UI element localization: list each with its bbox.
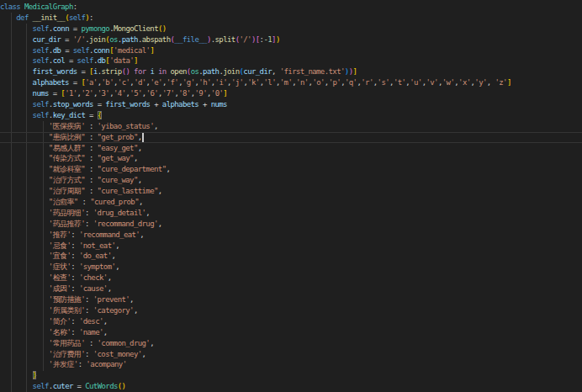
syntax-token: strip bbox=[102, 67, 122, 76]
syntax-token: 'o' bbox=[312, 78, 324, 87]
syntax-token bbox=[0, 78, 33, 87]
code-line[interactable]: "治疗方式" : "cure_way", bbox=[0, 175, 582, 186]
syntax-token bbox=[0, 67, 33, 76]
syntax-token bbox=[0, 317, 49, 326]
syntax-token: 'y' bbox=[474, 78, 486, 87]
syntax-token: : bbox=[85, 295, 93, 304]
syntax-token: } bbox=[33, 371, 37, 379]
syntax-token bbox=[0, 241, 49, 250]
code-line[interactable]: self.cuter = CutWords() bbox=[0, 381, 582, 392]
syntax-token bbox=[0, 133, 49, 141]
syntax-token: 'symptom' bbox=[79, 262, 115, 271]
syntax-token bbox=[0, 295, 49, 304]
code-editor[interactable]: class MedicalGraph: def __init__(self): … bbox=[0, 0, 582, 392]
code-area[interactable]: class MedicalGraph: def __init__(self): … bbox=[0, 2, 582, 392]
code-line[interactable]: alphabets = ['a','b','c','d','e','f','g'… bbox=[0, 77, 582, 88]
code-line[interactable]: self.db = self.conn['medical'] bbox=[0, 45, 582, 56]
syntax-token: 'c' bbox=[118, 78, 130, 87]
syntax-token: , bbox=[158, 187, 162, 195]
syntax-token: 'j' bbox=[231, 78, 243, 87]
syntax-token: () bbox=[158, 24, 167, 33]
syntax-token: '成因' bbox=[49, 284, 71, 293]
code-line[interactable]: '医保疾病' : 'yibao_status', bbox=[0, 121, 582, 132]
code-line[interactable]: "患病比例" : "get_prob", bbox=[0, 132, 582, 143]
code-line[interactable]: def __init__(self): bbox=[0, 13, 582, 24]
code-line[interactable]: '预防措施': 'prevent', bbox=[0, 294, 582, 305]
syntax-token: key_dict bbox=[53, 111, 86, 119]
syntax-token: conn bbox=[93, 46, 109, 55]
syntax-token: 'f' bbox=[167, 78, 178, 87]
syntax-token: os bbox=[191, 67, 199, 76]
code-line[interactable]: first_words = [i.strip() for i in open(o… bbox=[0, 66, 582, 77]
syntax-token: self bbox=[33, 24, 49, 33]
syntax-token bbox=[0, 262, 49, 271]
code-line[interactable]: '药品推荐': 'recommand_drug', bbox=[0, 219, 582, 230]
code-line[interactable]: '宜食': 'do_eat', bbox=[0, 251, 582, 262]
code-line[interactable]: '名称': 'name', bbox=[0, 327, 582, 338]
code-line[interactable]: cur_dir = '/'.join(os.path.abspath(__fil… bbox=[0, 34, 582, 45]
syntax-token: () bbox=[118, 382, 126, 390]
syntax-token: 'k' bbox=[247, 78, 259, 87]
code-line[interactable]: self.key_dict = { bbox=[0, 110, 582, 121]
code-line[interactable]: '治疗费用': 'cost_money', bbox=[0, 349, 582, 360]
syntax-token: 'n' bbox=[296, 78, 308, 87]
code-line[interactable]: nums = ['1','2','3','4','5','6','7','8',… bbox=[0, 88, 582, 99]
syntax-token bbox=[0, 35, 33, 44]
syntax-token: '1' bbox=[65, 89, 77, 98]
syntax-token: ] bbox=[223, 89, 227, 98]
syntax-token bbox=[0, 13, 16, 22]
code-line[interactable]: '常用药品' : 'common_drug', bbox=[0, 338, 582, 349]
syntax-token: "就诊科室" bbox=[49, 165, 85, 173]
syntax-token: 'medical' bbox=[114, 46, 150, 55]
code-line[interactable]: '成因': 'cause', bbox=[0, 283, 582, 294]
syntax-token: "传染方式" bbox=[49, 154, 85, 162]
syntax-token: = bbox=[61, 35, 72, 44]
code-line[interactable]: "传染方式" : "get_way", bbox=[0, 153, 582, 164]
syntax-token bbox=[0, 220, 49, 228]
syntax-token: def bbox=[16, 13, 28, 22]
syntax-token: , bbox=[138, 133, 142, 141]
syntax-token: conn bbox=[53, 24, 69, 33]
code-line[interactable]: class MedicalGraph: bbox=[0, 2, 582, 13]
syntax-token: , bbox=[140, 230, 144, 239]
code-line[interactable]: } bbox=[0, 370, 582, 381]
syntax-token: '检查' bbox=[49, 273, 71, 282]
code-line[interactable]: "治愈率" : "cured_prob", bbox=[0, 197, 582, 208]
syntax-token: 'u' bbox=[410, 78, 421, 87]
code-line[interactable]: "就诊科室" : "cure_department", bbox=[0, 164, 582, 175]
code-line[interactable]: '忌食': 'not_eat', bbox=[0, 241, 582, 252]
syntax-token: self bbox=[33, 56, 49, 65]
syntax-token: : bbox=[85, 144, 97, 152]
code-line[interactable]: self.col = self.db['data'] bbox=[0, 56, 582, 66]
syntax-token: 'm' bbox=[280, 78, 292, 87]
code-line[interactable]: self.stop_words = first_words + alphabet… bbox=[0, 99, 582, 110]
code-line[interactable]: "易感人群" : "easy_get", bbox=[0, 143, 582, 154]
syntax-token: cur_dir bbox=[243, 67, 272, 76]
syntax-token: 'p' bbox=[329, 78, 341, 87]
code-line[interactable]: '并发症': 'acompany' bbox=[0, 359, 582, 370]
syntax-token: "cure_lasttime" bbox=[98, 187, 158, 195]
syntax-token: '8' bbox=[178, 89, 190, 98]
syntax-token bbox=[0, 111, 33, 119]
code-line[interactable]: "治疗周期" : "cure_lasttime", bbox=[0, 186, 582, 197]
syntax-token: : bbox=[85, 209, 93, 217]
syntax-token: , bbox=[103, 317, 108, 326]
syntax-token: 'h' bbox=[198, 78, 210, 87]
code-line[interactable]: '简介': 'desc', bbox=[0, 316, 582, 327]
syntax-token: , bbox=[150, 339, 154, 347]
code-line[interactable]: '症状': 'symptom', bbox=[0, 262, 582, 273]
code-line[interactable]: '推荐': 'recommand_eat', bbox=[0, 230, 582, 241]
code-line[interactable]: '所属类别': 'category', bbox=[0, 305, 582, 316]
syntax-token: db bbox=[98, 56, 106, 65]
code-line[interactable]: self.conn = pymongo.MongoClient() bbox=[0, 24, 582, 34]
syntax-token: join bbox=[89, 35, 105, 44]
syntax-token: nums bbox=[211, 100, 227, 109]
syntax-token: 'd' bbox=[134, 78, 146, 87]
syntax-token: path bbox=[203, 67, 219, 76]
syntax-token bbox=[0, 209, 49, 217]
syntax-token: self bbox=[33, 382, 49, 390]
syntax-token: "治愈率" bbox=[49, 198, 78, 206]
code-line[interactable]: '检查': 'check', bbox=[0, 273, 582, 283]
syntax-token bbox=[0, 273, 49, 282]
code-line[interactable]: '药品明细': 'drug_detail', bbox=[0, 208, 582, 219]
